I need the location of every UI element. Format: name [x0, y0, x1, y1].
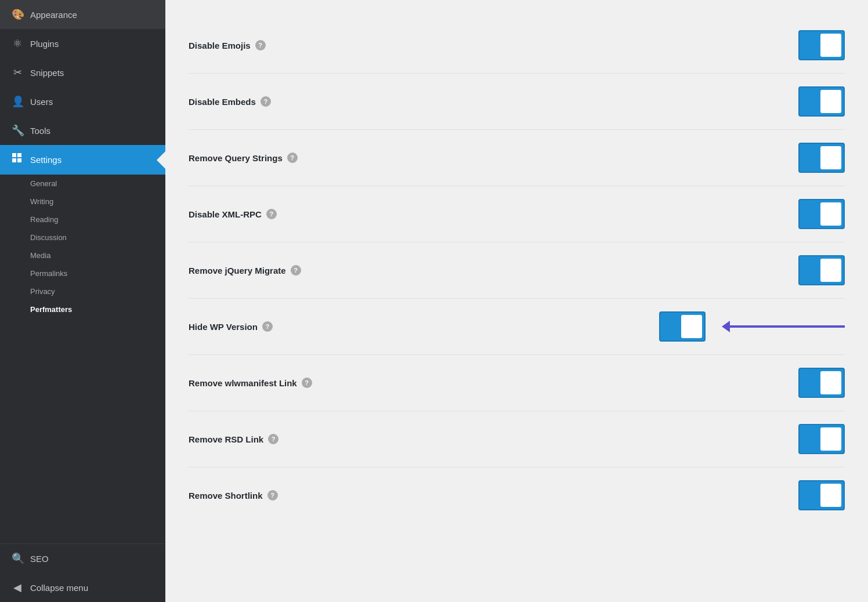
tools-icon: 🔧	[12, 124, 23, 137]
toggle-knob-disable-xml-rpc	[820, 202, 841, 226]
label-text-disable-embeds: Disable Embeds	[189, 97, 256, 107]
label-text-disable-emojis: Disable Emojis	[189, 41, 251, 50]
settings-row-disable-embeds: Disable Embeds?	[189, 74, 845, 130]
help-icon-remove-shortlink[interactable]: ?	[267, 490, 278, 501]
toggle-remove-rsd-link[interactable]	[798, 424, 845, 454]
settings-label-disable-embeds: Disable Embeds?	[189, 96, 787, 107]
settings-label-hide-wp-version: Hide WP Version?	[189, 321, 648, 332]
label-text-disable-xml-rpc: Disable XML-RPC	[189, 209, 262, 219]
settings-label-remove-rsd-link: Remove RSD Link?	[189, 434, 787, 444]
settings-label-remove-shortlink: Remove Shortlink?	[189, 490, 787, 501]
appearance-icon: 🎨	[12, 8, 23, 21]
sidebar-sub-item-privacy[interactable]: Privacy	[0, 282, 165, 300]
settings-row-disable-xml-rpc: Disable XML-RPC?	[189, 186, 845, 242]
help-icon-remove-jquery-migrate[interactable]: ?	[291, 265, 301, 275]
toggle-knob-remove-shortlink	[820, 484, 841, 507]
snippets-icon: ✂	[12, 66, 23, 79]
toggle-wrap-remove-wlwmanifest	[798, 368, 845, 398]
settings-label-remove-wlwmanifest: Remove wlwmanifest Link?	[189, 378, 787, 388]
sidebar-nav-item-settings[interactable]: Settings	[0, 145, 165, 175]
help-icon-disable-xml-rpc[interactable]: ?	[266, 209, 277, 219]
sidebar-sub-item-media[interactable]: Media	[0, 246, 165, 264]
label-text-remove-shortlink: Remove Shortlink	[189, 491, 263, 501]
toggle-knob-remove-jquery-migrate	[820, 259, 841, 282]
sidebar-sub-item-writing[interactable]: Writing	[0, 193, 165, 211]
users-icon: 👤	[12, 95, 23, 108]
sidebar-nav-item-users[interactable]: 👤Users	[0, 87, 165, 116]
toggle-remove-shortlink[interactable]	[798, 480, 845, 510]
toggle-knob-hide-wp-version	[681, 315, 702, 338]
arrow-line	[729, 325, 845, 328]
toggle-remove-jquery-migrate[interactable]	[798, 255, 845, 285]
settings-row-remove-jquery-migrate: Remove jQuery Migrate?	[189, 242, 845, 299]
sidebar-item-label-appearance: Appearance	[30, 10, 77, 20]
sidebar-sub-item-general[interactable]: General	[0, 175, 165, 193]
settings-row-remove-shortlink: Remove Shortlink?	[189, 467, 845, 523]
label-text-remove-jquery-migrate: Remove jQuery Migrate	[189, 266, 286, 275]
toggle-wrap-disable-embeds	[798, 86, 845, 117]
settings-label-remove-jquery-migrate: Remove jQuery Migrate?	[189, 265, 787, 275]
label-text-hide-wp-version: Hide WP Version	[189, 322, 258, 332]
svg-rect-3	[17, 158, 21, 162]
help-icon-disable-emojis[interactable]: ?	[255, 40, 266, 50]
settings-row-disable-emojis: Disable Emojis?	[189, 17, 845, 74]
sidebar-item-label-plugins: Plugins	[30, 39, 59, 49]
sidebar-nav-item-plugins[interactable]: ⚛Plugins	[0, 29, 165, 58]
sidebar-nav-item-appearance[interactable]: 🎨Appearance	[0, 0, 165, 29]
sidebar-item-label-users: Users	[30, 97, 53, 107]
sidebar-item-label-settings: Settings	[30, 155, 62, 165]
help-icon-remove-query-strings[interactable]: ?	[287, 153, 298, 163]
toggle-wrap-remove-jquery-migrate	[798, 255, 845, 285]
toggle-hide-wp-version[interactable]	[659, 311, 706, 342]
settings-label-disable-xml-rpc: Disable XML-RPC?	[189, 209, 787, 219]
sidebar-nav-item-tools[interactable]: 🔧Tools	[0, 116, 165, 145]
sidebar-item-label-seo: SEO	[30, 554, 49, 564]
help-icon-hide-wp-version[interactable]: ?	[262, 321, 273, 332]
toggle-remove-wlwmanifest[interactable]	[798, 368, 845, 398]
toggle-wrap-remove-query-strings	[798, 143, 845, 173]
sidebar-item-label-tools: Tools	[30, 126, 50, 136]
toggle-wrap-hide-wp-version	[659, 311, 706, 342]
toggle-disable-emojis[interactable]	[798, 30, 845, 60]
svg-rect-1	[17, 153, 21, 157]
toggle-knob-remove-wlwmanifest	[820, 371, 841, 394]
sidebar-item-label-collapse: Collapse menu	[30, 583, 88, 593]
settings-row-remove-wlwmanifest: Remove wlwmanifest Link?	[189, 355, 845, 411]
settings-row-remove-rsd-link: Remove RSD Link?	[189, 411, 845, 467]
toggle-disable-xml-rpc[interactable]	[798, 199, 845, 229]
toggle-disable-embeds[interactable]	[798, 86, 845, 117]
svg-rect-2	[12, 158, 16, 162]
svg-rect-0	[12, 153, 16, 157]
help-icon-disable-embeds[interactable]: ?	[261, 96, 271, 107]
label-text-remove-wlwmanifest: Remove wlwmanifest Link	[189, 378, 297, 388]
plugins-icon: ⚛	[12, 37, 23, 50]
toggle-wrap-disable-xml-rpc	[798, 199, 845, 229]
collapse-icon: ◀	[12, 581, 23, 594]
arrow-annotation	[729, 325, 845, 328]
sidebar-item-label-snippets: Snippets	[30, 68, 64, 78]
sidebar-sub-item-perfmatters[interactable]: Perfmatters	[0, 300, 165, 318]
help-icon-remove-rsd-link[interactable]: ?	[268, 434, 279, 444]
toggle-wrap-remove-rsd-link	[798, 424, 845, 454]
toggle-knob-remove-query-strings	[820, 146, 841, 169]
label-text-remove-query-strings: Remove Query Strings	[189, 153, 283, 163]
sidebar-nav-item-collapse[interactable]: ◀Collapse menu	[0, 573, 165, 602]
sidebar-nav-item-seo[interactable]: 🔍SEO	[0, 544, 165, 573]
toggle-knob-disable-embeds	[820, 90, 841, 113]
toggle-wrap-remove-shortlink	[798, 480, 845, 510]
settings-label-disable-emojis: Disable Emojis?	[189, 40, 787, 50]
sidebar-sub-item-permalinks[interactable]: Permalinks	[0, 264, 165, 282]
sidebar-nav-item-snippets[interactable]: ✂Snippets	[0, 58, 165, 87]
settings-row-hide-wp-version: Hide WP Version?	[189, 299, 845, 355]
settings-row-remove-query-strings: Remove Query Strings?	[189, 130, 845, 186]
toggle-knob-disable-emojis	[820, 34, 841, 57]
toggle-knob-remove-rsd-link	[820, 427, 841, 451]
sidebar: 🎨Appearance⚛Plugins✂Snippets👤Users🔧Tools…	[0, 0, 165, 602]
help-icon-remove-wlwmanifest[interactable]: ?	[302, 378, 312, 388]
main-content: Disable Emojis?Disable Embeds?Remove Que…	[165, 0, 868, 602]
toggle-remove-query-strings[interactable]	[798, 143, 845, 173]
settings-icon	[12, 153, 23, 166]
label-text-remove-rsd-link: Remove RSD Link	[189, 434, 263, 444]
sidebar-sub-item-discussion[interactable]: Discussion	[0, 229, 165, 246]
sidebar-sub-item-reading[interactable]: Reading	[0, 211, 165, 229]
